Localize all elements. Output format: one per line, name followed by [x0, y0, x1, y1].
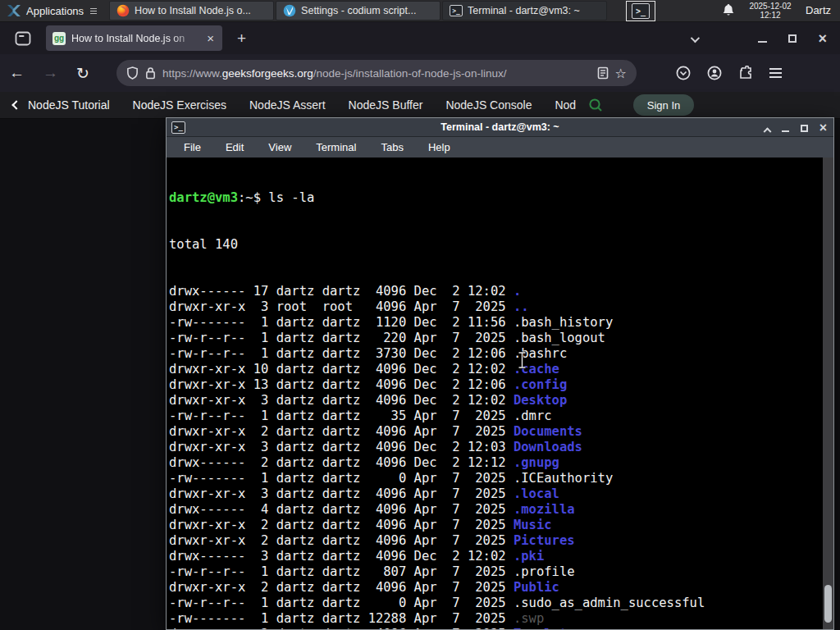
terminal-line: -rw-r--r-- 1 dartz dartz 220 Apr 7 2025 …	[169, 331, 822, 346]
nav-item-nodejs-console[interactable]: NodeJS Console	[445, 98, 532, 112]
terminal-icon: >_	[632, 3, 650, 19]
chevron-left-icon[interactable]	[11, 100, 21, 109]
gfg-nav-bar: NodeJS TutorialNodeJS ExercisesNodeJS As…	[0, 92, 840, 119]
applications-label: Applications	[26, 5, 84, 17]
sign-in-button[interactable]: Sign In	[633, 94, 694, 116]
account-icon[interactable]	[707, 66, 722, 80]
browser-tab-active[interactable]: gg How to Install Node.js on ×	[46, 25, 222, 51]
search-icon[interactable]	[587, 97, 604, 113]
panel-user-label[interactable]: Dartz	[806, 4, 831, 16]
directory-name: Templates	[514, 627, 582, 629]
bookmark-star-icon[interactable]: ☆	[615, 66, 627, 81]
taskbar-button-terminal[interactable]: >_ Terminal - dartz@vm3: ~	[442, 1, 607, 21]
firefox-icon	[116, 4, 130, 17]
terminal-line: -rw-r--r-- 1 dartz dartz 807 Apr 7 2025 …	[169, 564, 822, 580]
directory-name: Music	[514, 518, 552, 532]
terminal-listing: drwx------ 17 dartz dartz 4096 Dec 2 12:…	[169, 284, 822, 629]
scrollbar-thumb[interactable]	[824, 585, 832, 623]
terminal-menu-tabs[interactable]: Tabs	[372, 139, 412, 155]
terminal-title-bar[interactable]: >_ Terminal - dartz@vm3: ~ ×	[167, 118, 833, 137]
directory-name: Pictures	[514, 533, 575, 548]
terminal-menu-file[interactable]: File	[175, 139, 210, 155]
file-name: .dmrc	[514, 409, 552, 423]
menu-lines-icon	[90, 8, 97, 14]
directory-name: ..	[514, 299, 529, 314]
terminal-body[interactable]: dartz@vm3:~$ ls -la total 140 drwx------…	[167, 158, 833, 629]
directory-name: .gnupg	[514, 455, 559, 470]
terminal-menu-bar: FileEditViewTerminalTabsHelp	[167, 137, 833, 158]
tab-close-button[interactable]: ×	[205, 32, 216, 44]
directory-name: .local	[514, 486, 559, 501]
gfg-nav-items: NodeJS TutorialNodeJS ExercisesNodeJS As…	[28, 98, 576, 112]
nav-item-nodejs-buffer[interactable]: NodeJS Buffer	[349, 98, 423, 112]
extensions-puzzle-icon[interactable]	[738, 66, 753, 80]
back-button[interactable]: ←	[0, 64, 34, 82]
terminal-line: drwxr-xr-x 2 dartz dartz 4096 Apr 7 2025…	[169, 627, 822, 629]
terminal-prompt-line: dartz@vm3:~$ ls -la	[169, 190, 822, 206]
nav-item-nodejs-exercises[interactable]: NodeJS Exercises	[133, 98, 226, 112]
terminal-menu-terminal[interactable]: Terminal	[307, 139, 365, 155]
taskbar-button-codium[interactable]: Settings - codium script...	[276, 1, 441, 21]
pocket-icon[interactable]	[676, 66, 691, 80]
reload-button[interactable]: ↻	[67, 64, 98, 83]
list-all-tabs-button[interactable]	[691, 31, 737, 46]
minimize-button[interactable]	[782, 121, 789, 135]
terminal-menu-edit[interactable]: Edit	[217, 139, 253, 155]
minimize-button[interactable]	[758, 31, 767, 46]
geeksforgeeks-favicon: gg	[52, 32, 66, 45]
file-name: .bash_history	[514, 315, 613, 330]
tray-terminal-launcher[interactable]: >_	[626, 1, 655, 21]
nav-item-nodejs-crypto[interactable]: NodeJS Crypto	[555, 98, 576, 112]
file-name: .profile	[514, 564, 575, 579]
directory-name: Public	[514, 580, 559, 595]
file-name: .ICEauthority	[514, 471, 613, 486]
terminal-line: drwx------ 17 dartz dartz 4096 Dec 2 12:…	[169, 284, 822, 299]
url-bar[interactable]: https://www.geeksforgeeks.org/node-js/in…	[116, 60, 637, 86]
close-button[interactable]: ×	[819, 123, 827, 133]
applications-menu-button[interactable]: Applications	[0, 0, 103, 21]
taskbar-button-label: Terminal - dartz@vm3: ~	[468, 5, 580, 16]
directory-name: .mozilla	[514, 502, 575, 517]
terminal-window-title: Terminal - dartz@vm3: ~	[167, 121, 833, 133]
forward-button: →	[34, 64, 67, 82]
maximize-button[interactable]	[788, 31, 797, 46]
taskbar-button-label: How to Install Node.js o...	[135, 5, 251, 16]
taskbar-button-firefox[interactable]: How to Install Node.js o...	[109, 1, 274, 21]
url-text[interactable]: https://www.geeksforgeeks.org/node-js/in…	[162, 67, 591, 80]
nav-item-nodejs-tutorial[interactable]: NodeJS Tutorial	[28, 98, 110, 112]
panel-clock[interactable]: 2025-12-02 12:12	[745, 2, 796, 20]
terminal-line: drwxr-xr-x 3 dartz dartz 4096 Dec 2 12:0…	[169, 440, 822, 455]
directory-name: Documents	[514, 424, 582, 439]
file-name: .bash_logout	[514, 331, 605, 345]
nav-item-nodejs-assert[interactable]: NodeJS Assert	[249, 98, 326, 112]
terminal-line: drwxr-xr-x 13 dartz dartz 4096 Dec 2 12:…	[169, 377, 822, 393]
directory-name: Downloads	[514, 440, 582, 454]
menu-hamburger-icon[interactable]	[769, 68, 782, 78]
command-text: ls -la	[268, 190, 314, 205]
terminal-line: drwx------ 2 dartz dartz 4096 Dec 2 12:1…	[169, 455, 822, 471]
terminal-line: -rw-r--r-- 1 dartz dartz 35 Apr 7 2025 .…	[169, 409, 822, 424]
terminal-line: -rw-r--r-- 1 dartz dartz 0 Apr 7 2025 .s…	[169, 596, 822, 611]
terminal-line: -rw------- 1 dartz dartz 12288 Apr 7 202…	[169, 611, 822, 627]
chevron-down-icon	[691, 33, 700, 42]
terminal-line: drwxr-xr-x 3 dartz dartz 4096 Apr 7 2025…	[169, 486, 822, 502]
tracking-shield-icon[interactable]	[126, 66, 139, 80]
notification-bell-icon[interactable]	[722, 3, 735, 17]
shade-button[interactable]	[765, 121, 770, 135]
terminal-window: >_ Terminal - dartz@vm3: ~ × FileEditVie…	[166, 117, 834, 630]
firefox-view-icon[interactable]	[11, 28, 34, 49]
directory-name: .config	[514, 377, 567, 392]
maximize-button[interactable]	[801, 121, 808, 135]
terminal-line: drwx------ 3 dartz dartz 4096 Dec 2 12:0…	[169, 549, 822, 564]
prompt-path: :~$	[238, 190, 268, 205]
terminal-menu-view[interactable]: View	[259, 139, 300, 155]
taskbar: How to Install Node.js o... Settings - c…	[108, 0, 608, 21]
close-button[interactable]: ×	[818, 33, 827, 44]
terminal-total-line: total 140	[169, 237, 822, 253]
lock-icon[interactable]	[145, 66, 156, 80]
terminal-scrollbar[interactable]	[823, 158, 833, 629]
terminal-menu-help[interactable]: Help	[419, 139, 459, 155]
new-tab-button[interactable]: +	[232, 30, 251, 48]
reader-mode-icon[interactable]	[597, 66, 609, 80]
taskbar-button-label: Settings - codium script...	[301, 5, 416, 16]
